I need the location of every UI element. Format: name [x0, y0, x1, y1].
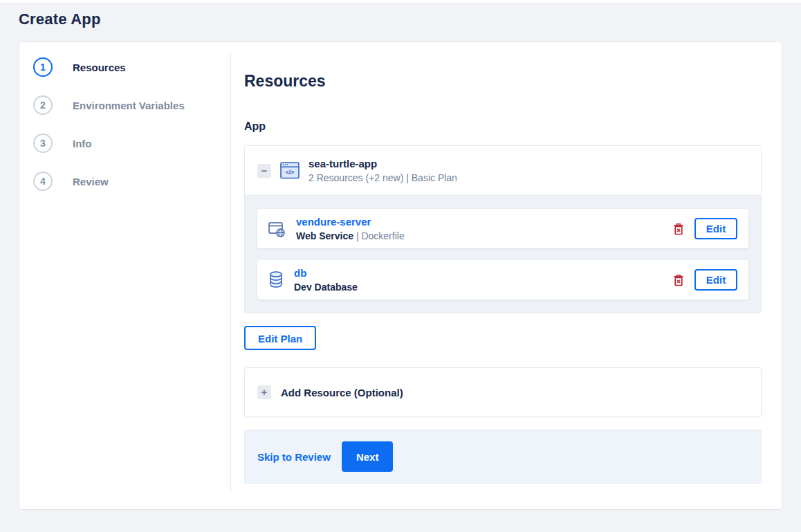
database-icon — [268, 270, 284, 289]
resource-name-link[interactable]: db — [294, 267, 306, 279]
step-number: 3 — [33, 134, 53, 153]
plus-icon: + — [257, 385, 271, 399]
create-app-panel: 1 Resources 2 Environment Variables 3 In… — [19, 42, 782, 510]
skip-to-review-link[interactable]: Skip to Review — [257, 451, 331, 463]
app-card: − </> sea-turtle-app 2 Resources (+2 new… — [244, 145, 762, 313]
app-window-code-icon: </> — [280, 162, 300, 179]
stepper-item-review[interactable]: 4 Review — [19, 172, 231, 191]
stepper-item-environment-variables[interactable]: 2 Environment Variables — [19, 95, 231, 115]
collapse-app-button[interactable]: − — [257, 164, 271, 178]
resource-actions: Edit — [672, 269, 737, 291]
app-name: sea-turtle-app — [309, 158, 457, 169]
step-number: 1 — [33, 57, 53, 77]
step-number: 4 — [33, 172, 53, 191]
top-bar — [0, 0, 801, 3]
step-label: Resources — [73, 62, 126, 73]
resource-text-block: vendure-server Web Service | Dockerfile — [296, 216, 405, 241]
edit-resource-button[interactable]: Edit — [694, 269, 737, 291]
resources-heading: Resources — [244, 72, 762, 91]
edit-plan-button[interactable]: Edit Plan — [244, 326, 316, 350]
next-button[interactable]: Next — [342, 441, 394, 472]
web-service-icon — [268, 220, 286, 238]
delete-resource-button[interactable] — [672, 221, 685, 237]
add-resource-label: Add Resource (Optional) — [281, 387, 403, 398]
main-content: Resources App − </> sea-turtle-app — [231, 42, 782, 509]
app-title-block: sea-turtle-app 2 Resources (+2 new) | Ba… — [309, 158, 457, 183]
resource-actions: Edit — [672, 218, 737, 239]
resource-subtitle: Dev Database — [294, 282, 358, 293]
step-label: Environment Variables — [73, 100, 185, 111]
resource-row: vendure-server Web Service | Dockerfile … — [257, 209, 748, 248]
step-label: Review — [73, 176, 109, 187]
step-label: Info — [73, 138, 92, 149]
resource-name-link[interactable]: vendure-server — [296, 216, 371, 228]
resource-type: Web Service — [296, 230, 353, 241]
wizard-stepper: 1 Resources 2 Environment Variables 3 In… — [19, 42, 231, 509]
stepper-item-resources[interactable]: 1 Resources — [19, 57, 231, 77]
step-number: 2 — [33, 95, 53, 115]
stepper-item-info[interactable]: 3 Info — [19, 134, 231, 153]
resource-subtitle: Web Service | Dockerfile — [296, 230, 405, 241]
svg-text:</>: </> — [286, 169, 294, 176]
resource-type: Dev Database — [294, 282, 358, 293]
resource-text-block: db Dev Database — [294, 267, 358, 293]
resource-source: | Dockerfile — [356, 230, 405, 241]
wizard-footer: Skip to Review Next — [244, 430, 762, 484]
add-resource-button[interactable]: + Add Resource (Optional) — [244, 367, 762, 417]
page-title: Create App — [19, 10, 801, 28]
delete-resource-button[interactable] — [672, 273, 685, 288]
app-section-label: App — [244, 120, 762, 133]
resource-list: vendure-server Web Service | Dockerfile … — [245, 195, 761, 313]
resource-row: db Dev Database Edit — [257, 260, 748, 300]
app-summary: 2 Resources (+2 new) | Basic Plan — [309, 172, 457, 183]
app-card-header: − </> sea-turtle-app 2 Resources (+2 new… — [245, 146, 761, 195]
edit-resource-button[interactable]: Edit — [694, 218, 737, 239]
